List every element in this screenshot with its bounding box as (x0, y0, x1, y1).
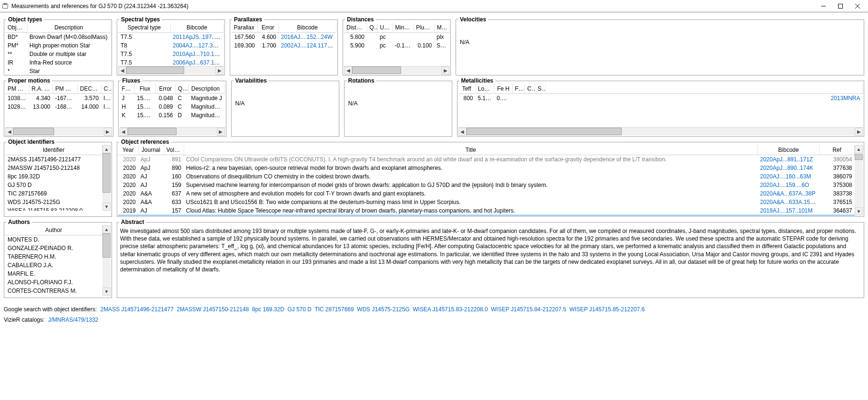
col-c[interactable]: C... (525, 84, 535, 94)
col-logg[interactable]: Log g (476, 84, 495, 94)
table-row[interactable]: CORTES-CONTRERAS M. (5, 287, 103, 295)
bibcode-link[interactable]: 2016AJ....152...24W (281, 34, 333, 40)
google-search-link[interactable]: TIC 287157669 (315, 306, 354, 313)
col-identifier[interactable]: Identifier (5, 145, 103, 155)
table-row[interactable]: *Star (5, 67, 111, 74)
horizontal-scrollbar[interactable]: ◀ ▶ (118, 66, 224, 74)
col-error[interactable]: Error (156, 84, 176, 94)
horizontal-scrollbar[interactable]: ◀ ▶ (120, 127, 225, 135)
col-spectral-type[interactable]: Spectral type (118, 23, 170, 33)
col-method[interactable]: Method (434, 23, 449, 33)
minimize-button[interactable] (815, 1, 832, 11)
vizier-link[interactable]: J/MNRAS/479/1332 (48, 316, 98, 323)
col-teff[interactable]: Teff (458, 84, 476, 94)
table-row[interactable]: GONZALEZ-PEINADO R. (5, 244, 103, 252)
google-search-link[interactable]: WISEP J145715.84-212207.5 (491, 306, 567, 313)
col-bibcode[interactable]: Bibcode (758, 145, 820, 155)
table-row[interactable]: 2MASS J14571496-2121477 (5, 155, 103, 164)
table-row[interactable]: 2020A&A637A new set of atmosphere and ev… (118, 189, 855, 198)
google-search-link[interactable]: 2MASS J14571496-2121477 (100, 306, 173, 313)
table-row[interactable]: 5.800pcplx (344, 33, 449, 42)
table-row[interactable]: T82004AJ....127.3553K (118, 41, 224, 50)
table-row[interactable]: 8pc 169.32D (5, 172, 103, 181)
table-row[interactable]: 2018MNRAS479Calibrating the metallicity … (118, 215, 855, 215)
identifiers-table[interactable]: Identifier 2MASS J14571496-21214772MASSW… (5, 145, 103, 211)
table-row[interactable]: 169.3001.7002002AJ....124.1170D (231, 41, 336, 50)
col-object[interactable]: Object... (5, 23, 27, 33)
bibcode-link[interactable]: 2010ApJ...710.1142B (173, 51, 224, 57)
spectral-types-table[interactable]: Spectral type Bibcode T7.52011ApJS..197.… (118, 23, 224, 66)
table-row[interactable]: T7.52011ApJS..197...19K (118, 33, 224, 42)
google-search-link[interactable]: WISEP J145715.85-212207.6 (569, 306, 645, 313)
google-search-link[interactable]: 8pc 169.32D (252, 306, 284, 313)
parallaxes-table[interactable]: Parallax Error Bibcode 167.5604.6002016A… (231, 23, 336, 50)
table-row[interactable]: 8005.1000.0902013MNRA (458, 94, 863, 103)
col-plus[interactable]: Plus err... (413, 23, 434, 33)
table-row[interactable]: H15.2680.089CMagnitude H (120, 102, 225, 111)
table-row[interactable]: 167.5604.6002016AJ....152...24W (231, 33, 336, 42)
table-row[interactable]: ALONSO-FLORIANO F.J. (5, 278, 103, 287)
col-pmdec[interactable]: PM DEC. (53, 84, 77, 94)
col-year[interactable]: Year (118, 145, 138, 155)
table-row[interactable]: PM*High proper-motion Star (5, 41, 111, 50)
table-row[interactable]: WISEA J145715.83-212208.0 (5, 206, 103, 211)
col-bib[interactable] (546, 84, 863, 94)
table-row[interactable]: GONZALEZ HERNANDEZ J.I. (5, 295, 103, 296)
col-pmra[interactable]: PM R.A. (5, 84, 29, 94)
table-row[interactable]: 2020AJ160Observations of disequilibrium … (118, 172, 855, 181)
horizontal-scrollbar[interactable]: ◀ ▶ (344, 66, 449, 74)
table-row[interactable]: J15.3240.048CMagnitude J (120, 94, 225, 103)
fluxes-table[interactable]: Filter Flux Error Qu... Description J15.… (120, 84, 225, 120)
table-row[interactable]: GJ 570 D (5, 181, 103, 189)
bibcode-link[interactable]: 2013MNRA (831, 95, 860, 102)
metallicities-table[interactable]: Teff Log g Fe H Fe... C... St... 8005.10… (458, 84, 863, 102)
col-bibcode[interactable]: Bibcode (279, 23, 336, 33)
col-q[interactable]: Q... (367, 23, 377, 33)
table-row[interactable]: 1038.0804.340-1677.6903.570ICR (5, 94, 112, 103)
references-table[interactable]: Year Journal Volu... Title Bibcode Ref 2… (118, 145, 855, 215)
col-unit[interactable]: Unit (377, 23, 392, 33)
table-row[interactable]: WDS J14575-2125G (5, 198, 103, 206)
vertical-scrollbar[interactable]: ▲ ▼ (103, 225, 111, 296)
col-bibcode[interactable]: Bibcode (170, 23, 224, 33)
bibcode-link[interactable]: 2020ApJ...891..171Z (760, 156, 813, 163)
col-feh[interactable]: Fe H (495, 84, 513, 94)
table-row[interactable]: IRInfra-Red source (5, 58, 111, 67)
col-dec-err[interactable]: DEC. error (77, 84, 101, 94)
google-search-link[interactable]: WDS J14575-2125G (357, 306, 410, 313)
col-description[interactable]: Description (27, 23, 111, 33)
bibcode-link[interactable]: 2011ApJS..197...19K (173, 34, 224, 40)
table-row[interactable]: 2020AJ159Supervised machine learning for… (118, 181, 855, 189)
table-row[interactable]: 2020ApJ890Helios-r2: a new bayesian, ope… (118, 164, 855, 172)
table-row[interactable]: 2MASSW J1457150-212148 (5, 164, 103, 172)
table-row[interactable]: **Double or multiple star (5, 50, 111, 58)
table-row[interactable]: T7.52010ApJ...710.1142B (118, 50, 224, 58)
bibcode-link[interactable]: 2002AJ....124.1170D (281, 42, 335, 49)
col-title[interactable]: Title (184, 145, 758, 155)
col-minus[interactable]: Minus e... (392, 23, 413, 33)
table-row[interactable]: 5.900pc-0.1000.100ST-L (344, 41, 449, 50)
close-button[interactable] (849, 1, 866, 11)
proper-motions-table[interactable]: PM R.A. R.A. error PM DEC. DEC. error Co… (5, 84, 112, 111)
bibcode-link[interactable]: 2020ApJ...890..174K (760, 165, 813, 171)
col-fe[interactable]: Fe... (513, 84, 525, 94)
col-distance[interactable]: Distance (344, 23, 367, 33)
object-types-table[interactable]: Object... Description BD*Brown Dwarf (M<… (5, 23, 111, 74)
bibcode-link[interactable]: 2019AJ....157..101M (760, 207, 813, 214)
google-search-link[interactable]: GJ 570 D (288, 306, 312, 313)
horizontal-scrollbar[interactable]: ◀ ▶ (5, 127, 112, 135)
col-author[interactable]: Author (5, 225, 103, 235)
col-parallax[interactable]: Parallax (231, 23, 257, 33)
col-filter[interactable]: Filter (120, 84, 135, 94)
bibcode-link[interactable]: 2006ApJ...637.1067B (173, 59, 224, 66)
col-journal[interactable]: Journal (138, 145, 164, 155)
table-row[interactable]: MONTES D. (5, 235, 103, 244)
col-volume[interactable]: Volu... (164, 145, 184, 155)
bibcode-link[interactable]: 2020A&A...637A..38P (760, 190, 816, 197)
table-row[interactable]: 2020A&A633USco1621 B and USco1556 B: Two… (118, 198, 855, 206)
col-flux[interactable]: Flux (135, 84, 156, 94)
bibcode-link[interactable]: 2004AJ....127.3553K (173, 42, 224, 49)
table-row[interactable]: BD*Brown Dwarf (M<0.08solMass) (5, 33, 111, 42)
table-row[interactable]: TABERNERO H.M. (5, 252, 103, 261)
vertical-scrollbar[interactable]: ▲ ▼ (855, 145, 863, 215)
